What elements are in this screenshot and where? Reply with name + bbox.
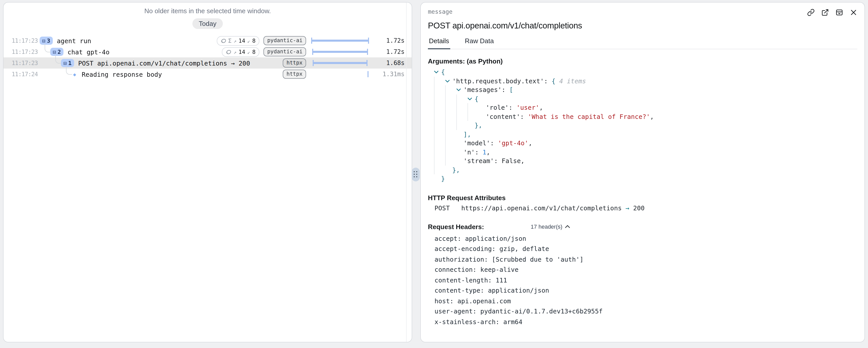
collapse-count: 2 — [58, 49, 61, 55]
trace-row[interactable]: 11:17:24◆Reading response bodyhttpx1.31m… — [4, 68, 412, 80]
detail-header: message POST api.openai.com/v1/chat/comp… — [421, 3, 864, 30]
trace-rows: 11:17:23⊟3agent runΣ↗14↙8pydantic-ai1.72… — [4, 35, 412, 80]
indent-guide — [434, 85, 445, 94]
request-headers-list: accept: application/jsonaccept-encoding:… — [428, 233, 857, 327]
code-token: 'role' — [486, 104, 508, 112]
app-root: No older items in the selected time wind… — [0, 0, 868, 348]
scope-tag[interactable]: pydantic-ai — [264, 36, 306, 45]
indent-guide — [434, 103, 445, 112]
indent-guide — [456, 121, 467, 130]
scope-tag[interactable]: pydantic-ai — [264, 47, 306, 56]
tab-details[interactable]: Details — [428, 37, 450, 49]
code-token: 4 items — [555, 77, 586, 85]
tree-connector — [66, 66, 72, 75]
code-line: 'model': 'gpt-4o', — [428, 139, 857, 148]
code-token: }, — [475, 122, 482, 129]
indent-guide — [445, 103, 456, 112]
code-token: [ — [509, 86, 513, 94]
row-timestamp: 11:17:24 — [12, 70, 37, 78]
http-attrs-heading: HTTP Request Attributes — [428, 194, 857, 201]
token-metrics-badge[interactable]: ↗14↙8 — [222, 47, 260, 57]
received-arrow-icon: ↙ — [247, 38, 250, 44]
request-headers-title: Request Headers: — [428, 223, 484, 230]
code-token: , — [539, 104, 543, 112]
tree-connector — [55, 55, 61, 63]
row-right: ↗14↙8pydantic-ai1.72s — [222, 47, 412, 57]
indent-guide — [434, 139, 445, 148]
indent-guide — [445, 156, 456, 165]
open-in-new-icon[interactable] — [821, 9, 829, 16]
dock-bottom-icon[interactable] — [836, 9, 843, 16]
token-metrics-badge[interactable]: Σ↗14↙8 — [217, 36, 260, 46]
code-token: , — [650, 113, 654, 120]
indent-guide — [445, 148, 456, 156]
collapse-icon: ⊟ — [42, 37, 45, 44]
collapse-chevron-icon[interactable] — [434, 70, 441, 74]
span-tick — [368, 71, 369, 77]
collapse-chevron-icon[interactable] — [456, 88, 463, 92]
trace-row[interactable]: 11:17:23⊟1POST api.openai.com/v1/chat/co… — [4, 57, 412, 68]
trace-row[interactable]: 11:17:23⊟2chat gpt-4o↗14↙8pydantic-ai1.7… — [4, 46, 412, 57]
collapse-chevron-icon[interactable] — [445, 79, 452, 83]
span-bar-cap — [311, 37, 312, 44]
code-line: } — [428, 174, 857, 183]
scope-tag[interactable]: httpx — [283, 58, 306, 67]
collapse-chevron-icon[interactable] — [467, 97, 475, 100]
code-token: : — [502, 86, 509, 94]
detail-toolbar — [807, 9, 857, 16]
empty-notice: No older items in the selected time wind… — [4, 7, 412, 15]
row-right: httpx1.68s — [283, 58, 412, 67]
code-token: }, — [452, 166, 460, 174]
code-line: { — [428, 67, 857, 77]
code-token: : — [508, 104, 516, 112]
detail-tabs: Details Raw Data — [428, 37, 857, 49]
code-token: False — [502, 157, 521, 165]
arguments-code-block: {'http.request.body.text': { 4 items'mes… — [428, 67, 857, 183]
request-header-line: content-length: 111 — [428, 275, 857, 286]
row-label: chat gpt-4o — [67, 48, 110, 56]
code-token: , — [486, 148, 490, 156]
http-method: POST — [435, 204, 450, 211]
code-token: , — [528, 140, 532, 147]
code-token: : — [544, 77, 552, 85]
span-bar-cap — [312, 49, 313, 55]
indent-guide — [456, 103, 467, 112]
link-icon[interactable] — [807, 9, 815, 16]
code-line: 'stream': False, — [428, 156, 857, 165]
trace-row[interactable]: 11:17:23⊟3agent runΣ↗14↙8pydantic-ai1.72… — [4, 35, 412, 46]
span-bar — [313, 62, 368, 64]
tokens-icon — [226, 47, 231, 57]
scope-tag[interactable]: httpx — [283, 69, 306, 79]
received-arrow-icon: ↙ — [247, 49, 250, 55]
code-line: }, — [428, 165, 857, 174]
tree-connector — [45, 44, 51, 52]
code-token: : — [520, 113, 528, 120]
row-duration: 1.72s — [377, 37, 405, 44]
row-timestamp: 11:17:23 — [12, 37, 37, 44]
code-token: 'n' — [463, 148, 475, 156]
tokens-icon — [221, 36, 226, 46]
span-bar — [311, 40, 369, 42]
span-bar — [312, 51, 368, 53]
code-token: 'gpt-4o' — [498, 140, 528, 147]
headers-count-toggle[interactable]: 17 header(s) — [531, 224, 570, 230]
close-icon[interactable] — [850, 9, 857, 16]
row-duration: 1.68s — [377, 59, 405, 66]
row-timestamp: 11:17:23 — [12, 48, 37, 55]
today-button[interactable]: Today — [192, 18, 223, 29]
row-duration: 1.31ms — [377, 70, 405, 78]
arrow-icon: → — [626, 204, 629, 211]
code-token: 'messages' — [463, 86, 502, 94]
row-label: agent run — [57, 37, 91, 45]
detail-panel: message POST api.openai.com/v1/chat/comp… — [420, 2, 865, 342]
indent-guide — [445, 112, 456, 121]
code-token: , — [521, 157, 525, 165]
panel-resize-handle[interactable] — [412, 168, 420, 181]
tab-raw-data[interactable]: Raw Data — [464, 37, 495, 49]
indent-guide — [456, 112, 467, 121]
indent-guide — [434, 94, 445, 103]
trace-timeline-panel: No older items in the selected time wind… — [3, 2, 412, 342]
span-bar-lane — [311, 70, 372, 78]
code-token: 'What is the capital of France?' — [528, 113, 650, 120]
indent-guide — [445, 121, 456, 130]
